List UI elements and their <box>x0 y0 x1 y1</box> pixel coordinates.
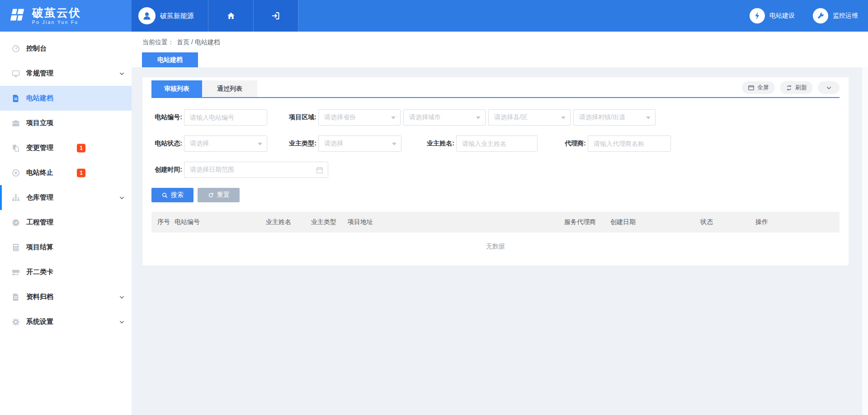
column-status: 状态 <box>700 218 755 226</box>
column-created-date: 创建日期 <box>610 218 700 226</box>
caret-down-icon <box>392 143 396 148</box>
owner-name-label: 业主姓名: <box>418 140 454 148</box>
content: 审核列表 通过列表 全屏 <box>132 67 868 415</box>
sidebar-item-change-mgmt[interactable]: 变更管理 1 <box>0 135 132 160</box>
page-tab-station-archive[interactable]: 电站建档 <box>142 52 198 67</box>
topbar: 破茧云伏 Po Jian Yun Fu 破茧新能源 <box>0 0 868 32</box>
owner-type-label: 业主类型: <box>287 140 316 148</box>
sidebar-item-open-type2-card[interactable]: 开二类卡 <box>0 260 132 284</box>
home-button[interactable] <box>208 0 253 32</box>
document-icon <box>11 94 20 103</box>
tab-review-list[interactable]: 审核列表 <box>151 80 202 97</box>
main-area: 当前位置：首页 / 电站建档 电站建档 审核列表 通过列表 全屏 <box>132 32 868 415</box>
panel-tabbar: 审核列表 通过列表 全屏 <box>151 77 840 98</box>
search-button[interactable]: 搜索 <box>151 188 193 202</box>
fullscreen-icon <box>748 84 755 91</box>
credit-card-icon <box>11 268 20 277</box>
sidebar-item-console[interactable]: 控制台 <box>0 36 132 61</box>
city-select[interactable]: 请选择城市 <box>403 109 486 126</box>
nav-monitor-ops[interactable]: 监控运维 <box>813 8 858 23</box>
chevron-down-icon <box>826 85 832 91</box>
column-service-agent: 服务代理商 <box>564 218 610 226</box>
column-station-no: 电站编号 <box>175 218 266 226</box>
column-actions: 操作 <box>755 218 840 226</box>
notification-badge: 1 <box>77 168 85 177</box>
file-icon <box>11 293 20 302</box>
filter-actions: 搜索 重置 <box>151 188 840 202</box>
caret-down-icon <box>646 117 651 121</box>
logo-subtitle: Po Jian Yun Fu <box>32 20 81 25</box>
panel-card: 审核列表 通过列表 全屏 <box>142 77 849 266</box>
sidebar-item-station-archive[interactable]: 电站建档 <box>0 86 132 111</box>
fullscreen-button[interactable]: 全屏 <box>742 81 775 94</box>
avatar[interactable] <box>138 7 156 24</box>
app-logo[interactable]: 破茧云伏 Po Jian Yun Fu <box>0 0 132 32</box>
scrollbar-track[interactable] <box>862 67 868 415</box>
copy-icon <box>11 144 20 153</box>
sidebar-item-project-settlement[interactable]: 项目结算 <box>0 235 132 260</box>
sidebar-item-project-initiation[interactable]: 项目立项 <box>0 111 132 135</box>
nav-monitor-ops-label: 监控运维 <box>833 12 858 20</box>
column-index: 序号 <box>151 218 175 226</box>
nav-station-build[interactable]: 电站建设 <box>750 8 795 23</box>
nav-station-build-label: 电站建设 <box>769 12 795 20</box>
logout-button[interactable] <box>253 0 298 32</box>
company-name: 破茧新能源 <box>160 12 194 20</box>
calendar-icon <box>316 166 324 174</box>
town-select[interactable]: 请选择村镇/街道 <box>573 109 656 126</box>
results-table: 序号 电站编号 业主姓名 业主类型 项目地址 服务代理商 创建日期 状态 操作 … <box>151 212 840 261</box>
logo-icon <box>7 5 28 26</box>
column-owner-type: 业主类型 <box>311 218 348 226</box>
reset-button[interactable]: 重置 <box>198 188 240 202</box>
owner-type-select[interactable]: 请选择 <box>318 135 401 152</box>
column-owner-name: 业主姓名 <box>266 218 311 226</box>
collapse-toolbar-button[interactable] <box>818 81 840 94</box>
login-arrow-icon <box>271 11 281 21</box>
user-menu[interactable]: 破茧新能源 <box>132 0 208 32</box>
reset-icon <box>208 192 214 199</box>
tab-passed-list[interactable]: 通过列表 <box>202 80 257 97</box>
filter-row-1: 电站编号: 项目区域: 请选择省份 请选择城市 请选择县/区 <box>151 109 840 126</box>
province-select[interactable]: 请选择省份 <box>318 109 401 126</box>
caret-down-icon <box>258 143 262 148</box>
chevron-down-icon <box>119 319 125 325</box>
wrench-icon <box>813 8 828 23</box>
breadcrumb: 当前位置：首页 / 电站建档 <box>142 32 220 52</box>
station-no-input[interactable] <box>184 109 267 126</box>
agent-input[interactable] <box>588 135 671 152</box>
region-label: 项目区域: <box>287 113 316 121</box>
record-icon <box>11 168 20 177</box>
created-time-label: 创建时间: <box>151 166 182 174</box>
briefcase-icon <box>11 119 20 128</box>
sidebar-item-station-termination[interactable]: 电站终止 1 <box>0 160 132 185</box>
calculator-icon <box>11 243 20 252</box>
monitor-icon <box>11 69 20 78</box>
breadcrumb-path[interactable]: 首页 / 电站建档 <box>177 38 220 46</box>
active-indicator-bar <box>0 185 2 210</box>
sidebar-item-general-mgmt[interactable]: 常规管理 <box>0 61 132 86</box>
filter-row-3: 创建时间: 请选择日期范围 <box>151 162 840 178</box>
notification-badge: 1 <box>77 144 85 152</box>
search-icon <box>161 192 168 199</box>
sidebar-item-engineering-mgmt[interactable]: 工程管理 <box>0 210 132 235</box>
sidebar-item-warehouse-mgmt[interactable]: 仓库管理 <box>0 185 132 210</box>
table-header-row: 序号 电站编号 业主姓名 业主类型 项目地址 服务代理商 创建日期 状态 操作 <box>151 212 840 233</box>
sidebar-item-data-archive[interactable]: 资料归档 <box>0 284 132 309</box>
station-status-select[interactable]: 请选择 <box>184 135 267 152</box>
chevron-down-icon <box>119 70 125 76</box>
date-range-picker[interactable]: 请选择日期范围 <box>184 162 328 178</box>
speedometer-icon <box>11 218 20 227</box>
gear-icon <box>11 317 20 326</box>
empty-state: 无数据 <box>151 233 840 261</box>
refresh-button[interactable]: 刷新 <box>780 81 813 94</box>
sidebar: 控制台 常规管理 电站建档 项目立项 <box>0 32 132 415</box>
owner-name-input[interactable] <box>456 135 538 152</box>
sidebar-item-system-settings[interactable]: 系统设置 <box>0 309 132 334</box>
sitemap-icon <box>11 193 20 202</box>
panel-tools: 全屏 刷新 <box>742 81 840 94</box>
agent-label: 代理商: <box>558 140 586 148</box>
caret-down-icon <box>391 117 396 121</box>
chevron-down-icon <box>119 294 125 300</box>
county-select[interactable]: 请选择县/区 <box>488 109 571 126</box>
filter-form: 电站编号: 项目区域: 请选择省份 请选择城市 请选择县/区 <box>151 98 840 178</box>
